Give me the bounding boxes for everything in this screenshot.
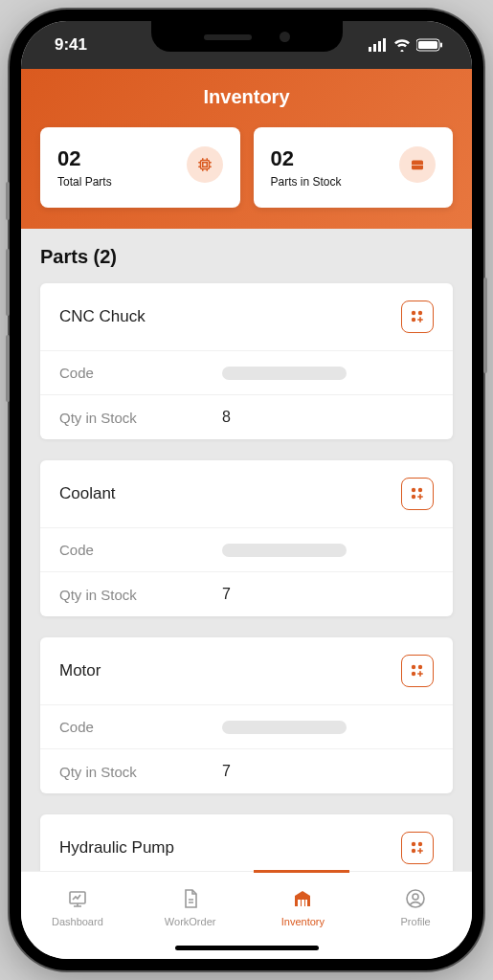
stat-value: 02	[57, 146, 112, 171]
nav-indicator	[254, 870, 349, 873]
part-code-row: Code	[40, 527, 453, 571]
grid-add-icon[interactable]	[401, 478, 434, 510]
status-time: 9:41	[55, 35, 87, 55]
part-qty-row: Qty in Stock7	[40, 571, 453, 616]
inventory-icon	[291, 887, 314, 912]
signal-icon	[369, 38, 388, 52]
content: Parts (2) CNC ChuckCodeQty in Stock8Cool…	[21, 229, 472, 871]
qty-label: Qty in Stock	[59, 587, 222, 603]
part-qty-row: Qty in Stock8	[40, 394, 453, 439]
qty-label: Qty in Stock	[59, 410, 222, 426]
svg-rect-32	[298, 900, 301, 906]
code-label: Code	[59, 365, 222, 381]
parts-list: CNC ChuckCodeQty in Stock8CoolantCodeQty…	[40, 283, 453, 871]
svg-point-17	[412, 311, 415, 315]
workorder-icon	[179, 887, 202, 912]
part-name: Motor	[59, 661, 101, 680]
chip-icon	[187, 146, 223, 183]
part-card[interactable]: CoolantCodeQty in Stock7	[40, 460, 453, 616]
stat-row: 02 Total Parts 02 Parts in Stock	[40, 127, 453, 208]
svg-rect-3	[383, 38, 386, 52]
status-icons	[369, 38, 443, 52]
phone-frame: 9:41 Inventory 02 Total Parts	[10, 10, 483, 970]
part-code-row: Code	[40, 350, 453, 394]
notch	[151, 21, 343, 52]
nav-profile[interactable]: Profile	[359, 872, 472, 959]
section-title: Parts (2)	[40, 246, 453, 268]
nav-dashboard[interactable]: Dashboard	[21, 872, 134, 959]
nav-label: Dashboard	[52, 916, 103, 927]
bottom-nav: DashboardWorkOrderInventoryProfile	[21, 871, 472, 959]
part-name: Coolant	[59, 484, 116, 503]
svg-rect-7	[200, 161, 209, 169]
svg-point-21	[418, 488, 422, 492]
profile-icon	[404, 887, 427, 912]
svg-point-25	[412, 672, 415, 676]
svg-point-27	[418, 842, 422, 846]
grid-add-icon[interactable]	[401, 655, 434, 687]
part-card[interactable]: CNC ChuckCodeQty in Stock8	[40, 283, 453, 439]
svg-rect-0	[369, 47, 371, 52]
svg-rect-8	[202, 163, 207, 167]
svg-rect-6	[440, 43, 442, 48]
svg-point-18	[418, 311, 422, 315]
svg-point-28	[412, 849, 415, 853]
svg-point-26	[412, 842, 415, 846]
part-name: CNC Chuck	[59, 307, 146, 326]
home-indicator	[175, 946, 319, 950]
stat-value: 02	[271, 146, 342, 171]
code-skeleton	[222, 367, 347, 380]
screen: 9:41 Inventory 02 Total Parts	[21, 21, 472, 959]
stat-label: Total Parts	[57, 175, 112, 189]
part-qty-row: Qty in Stock7	[40, 748, 453, 793]
qty-label: Qty in Stock	[59, 764, 222, 780]
battery-icon	[416, 38, 443, 52]
svg-rect-34	[305, 900, 307, 906]
qty-value: 7	[222, 586, 231, 603]
nav-label: Inventory	[281, 916, 325, 927]
part-card[interactable]: MotorCodeQty in Stock7	[40, 637, 453, 793]
dashboard-icon	[66, 887, 89, 912]
svg-point-23	[412, 665, 415, 669]
wifi-icon	[393, 38, 411, 52]
box-icon	[399, 146, 436, 183]
svg-point-36	[413, 894, 418, 900]
svg-rect-2	[378, 41, 381, 52]
grid-add-icon[interactable]	[401, 301, 434, 333]
svg-point-19	[412, 318, 415, 322]
svg-rect-5	[418, 41, 437, 49]
part-card[interactable]: Hydraulic PumpCode	[40, 814, 453, 871]
part-code-row: Code	[40, 704, 453, 748]
svg-rect-33	[302, 900, 304, 906]
stat-label: Parts in Stock	[271, 175, 342, 189]
svg-point-20	[412, 488, 415, 492]
page-title: Inventory	[40, 86, 453, 108]
qty-value: 8	[222, 409, 231, 426]
code-label: Code	[59, 542, 222, 558]
stat-card-total-parts[interactable]: 02 Total Parts	[40, 127, 240, 208]
nav-label: Profile	[401, 916, 431, 927]
svg-rect-1	[373, 44, 376, 52]
svg-point-24	[418, 665, 422, 669]
code-label: Code	[59, 719, 222, 735]
qty-value: 7	[222, 763, 231, 780]
svg-point-22	[412, 495, 415, 499]
stat-card-parts-in-stock[interactable]: 02 Parts in Stock	[254, 127, 454, 208]
nav-label: WorkOrder	[165, 916, 216, 927]
grid-add-icon[interactable]	[401, 832, 434, 864]
part-name: Hydraulic Pump	[59, 838, 174, 858]
code-skeleton	[222, 544, 347, 557]
header: Inventory 02 Total Parts 02 Parts in Sto…	[21, 69, 472, 229]
code-skeleton	[222, 721, 347, 734]
